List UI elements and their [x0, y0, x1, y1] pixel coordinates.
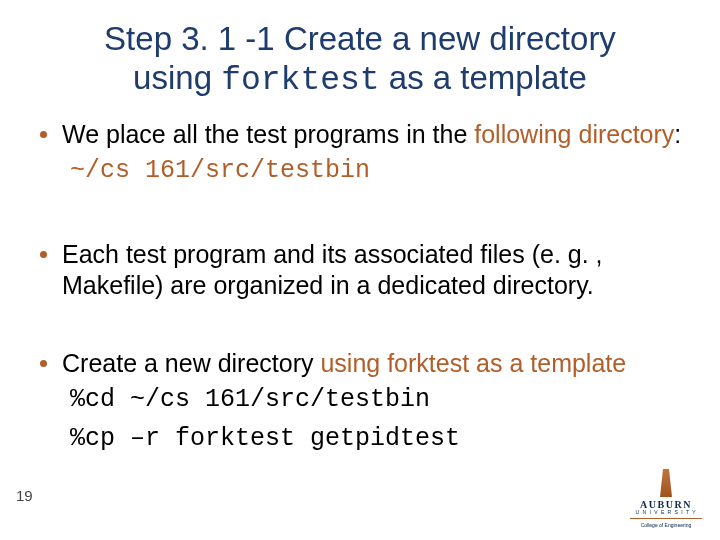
- title-code: forktest: [221, 62, 379, 99]
- logo-college: College of Engineering: [630, 522, 702, 528]
- logo-university: U N I V E R S I T Y: [630, 509, 702, 515]
- bullet-1: We place all the test programs in the fo…: [34, 119, 686, 150]
- slide: Step 3. 1 -1 Create a new directory usin…: [0, 0, 720, 540]
- bullet-2-text: Each test program and its associated fil…: [62, 240, 603, 299]
- bullet-list-2: Each test program and its associated fil…: [34, 239, 686, 302]
- bullet-2: Each test program and its associated fil…: [34, 239, 686, 302]
- bullet-3-pre: Create a new directory: [62, 349, 320, 377]
- path-line: ~/cs 161/src/testbin: [70, 156, 686, 185]
- bullet-list: We place all the test programs in the fo…: [34, 119, 686, 150]
- vspace-1: [34, 195, 686, 239]
- bullet-3: Create a new directory using forktest as…: [34, 348, 686, 379]
- slide-title: Step 3. 1 -1 Create a new directory usin…: [34, 20, 686, 101]
- page-number: 19: [16, 487, 33, 504]
- tower-icon: [656, 469, 676, 497]
- logo-divider: [630, 518, 702, 519]
- title-post: as a template: [380, 59, 587, 96]
- bullet-1-accent: following directory: [474, 120, 674, 148]
- auburn-logo: AUBURN U N I V E R S I T Y College of En…: [630, 469, 702, 528]
- vspace-2: [34, 308, 686, 348]
- bullet-3-accent: using forktest as a template: [320, 349, 626, 377]
- bullet-1-post: :: [674, 120, 681, 148]
- bullet-list-3: Create a new directory using forktest as…: [34, 348, 686, 379]
- cmd-line-1: %cd ~/cs 161/src/testbin: [70, 385, 686, 414]
- cmd-line-2: %cp –r forktest getpidtest: [70, 424, 686, 453]
- bullet-1-pre: We place all the test programs in the: [62, 120, 474, 148]
